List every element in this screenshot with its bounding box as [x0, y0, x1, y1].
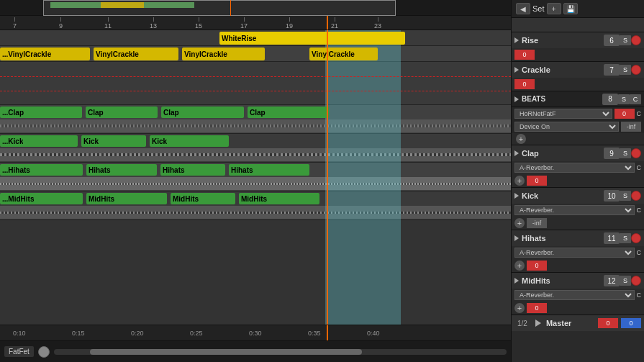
- overview-viewport[interactable]: [43, 0, 396, 16]
- rp-rise-entry: Rise 6 S 0: [512, 32, 644, 62]
- master-blue-vol[interactable]: 0: [621, 318, 641, 328]
- device-label[interactable]: FatFet: [4, 346, 34, 357]
- time-tick-015: 0:15: [72, 330, 85, 337]
- rise-vol[interactable]: 0: [514, 50, 535, 60]
- kick-c-label: C: [637, 207, 642, 214]
- midhits-sub-row-1: A-Reverber. C: [512, 289, 644, 302]
- rp-master-row: 1/2 Master 0 0: [512, 315, 644, 331]
- midhits-record-btn[interactable]: [631, 276, 641, 286]
- midhits-reverb-select[interactable]: A-Reverber.: [514, 290, 635, 300]
- rp-crackle-entry: Crackle 7 S 0: [512, 62, 644, 91]
- kick-record-btn[interactable]: [631, 191, 641, 201]
- selection-overlay[interactable]: [325, 30, 401, 325]
- scroll-thumb[interactable]: [90, 349, 361, 355]
- back-btn[interactable]: ◀: [516, 3, 530, 14]
- beats-header[interactable]: BEATS 8 S C: [512, 91, 644, 107]
- rp-midhits-name-row: MidHits 12 S: [512, 273, 644, 289]
- save-btn[interactable]: 💾: [563, 3, 578, 14]
- track-row-hihats: ...Hihats Hihats Hihats Hihats: [0, 163, 511, 191]
- clap-add-btn[interactable]: +: [514, 176, 525, 186]
- beats-device-row: HoRNetFatF 0 C: [512, 107, 644, 120]
- crackle-track-num: 7: [604, 64, 620, 76]
- kick-wave: [0, 148, 511, 161]
- hihats-sub-row-2: + 0: [512, 259, 644, 272]
- clip-crackle-3[interactable]: VinylCrackle: [182, 47, 265, 60]
- ruler-tick-9: 9: [59, 16, 63, 30]
- ruler-tick-19: 19: [286, 16, 293, 30]
- ruler-tick-21: 21: [331, 16, 338, 30]
- master-vol[interactable]: 0: [598, 318, 618, 328]
- hihats-add-btn[interactable]: +: [514, 261, 525, 271]
- clip-midhits-2[interactable]: MidHits: [86, 193, 167, 204]
- kick-s-btn[interactable]: S: [620, 191, 631, 201]
- hihats-vol[interactable]: 0: [527, 261, 547, 271]
- midhits-c-label: C: [637, 291, 642, 299]
- rise-sub-row: 0: [512, 48, 644, 61]
- clip-hihats-3[interactable]: Hihats: [160, 164, 225, 176]
- clip-midhits-4[interactable]: MidHits: [239, 193, 319, 204]
- midhits-vol[interactable]: 0: [527, 303, 547, 313]
- clap-vol[interactable]: 0: [527, 176, 547, 186]
- clip-midhits-1[interactable]: ...MidHits: [0, 193, 83, 204]
- midhits-s-btn[interactable]: S: [620, 276, 631, 286]
- kick-sub-row-2: + -inf: [512, 217, 644, 230]
- clip-midhits-3[interactable]: MidHits: [171, 193, 235, 204]
- device-power-btn[interactable]: [38, 346, 50, 358]
- hihats-s-btn[interactable]: S: [620, 233, 631, 243]
- rp-top-bar: [512, 18, 644, 32]
- clip-hihats-1[interactable]: ...Hihats: [0, 164, 83, 176]
- beats-red-line-1: [0, 76, 511, 77]
- beats-device-on-select[interactable]: Device On: [514, 122, 619, 132]
- rise-track-name: Rise: [519, 36, 604, 45]
- clip-clap-1[interactable]: ...Clap: [0, 107, 82, 118]
- clip-crackle-2[interactable]: VinylCrackle: [94, 47, 178, 60]
- ruler-tick-7: 7: [13, 16, 17, 30]
- track-row-midhits: ...MidHits MidHits MidHits MidHits: [0, 191, 511, 220]
- horizontal-scrollbar[interactable]: [54, 349, 507, 355]
- clap-reverb-select[interactable]: A-Reverber.: [514, 163, 635, 173]
- clip-hihats-2[interactable]: Hihats: [86, 164, 157, 176]
- crackle-vol[interactable]: 0: [514, 79, 535, 89]
- clip-crackle-1[interactable]: ...VinylCrackle: [0, 47, 90, 60]
- kick-reverb-select[interactable]: A-Reverber.: [514, 205, 635, 215]
- hihats-wave: [0, 177, 511, 190]
- rise-s-btn[interactable]: S: [620, 35, 631, 45]
- crackle-record-btn[interactable]: [631, 65, 641, 75]
- clip-clap-2[interactable]: Clap: [86, 107, 158, 118]
- hihats-record-btn[interactable]: [631, 233, 641, 243]
- kick-sub-row-1: A-Reverber. C: [512, 204, 644, 217]
- master-play-btn[interactable]: [533, 318, 543, 328]
- beats-vol[interactable]: 0: [614, 109, 635, 119]
- clip-crackle-4[interactable]: VinylCrackle: [309, 47, 378, 60]
- clip-kick-3[interactable]: Kick: [150, 135, 229, 147]
- timeline-bottom: 0:10 0:15 0:20 0:25 0:30 0:35 0:40: [0, 325, 511, 340]
- rise-record-btn[interactable]: [631, 35, 641, 45]
- clap-s-btn[interactable]: S: [620, 148, 631, 158]
- fraction-label: 1/2: [514, 320, 530, 327]
- clip-hihats-4[interactable]: Hihats: [229, 164, 309, 176]
- add-set-btn[interactable]: +: [547, 3, 561, 14]
- midhits-track-num: 12: [604, 275, 620, 286]
- crackle-s-btn[interactable]: S: [620, 65, 631, 75]
- clip-clap-3[interactable]: Clap: [161, 107, 244, 118]
- clip-whiterise[interactable]: WhiteRise: [219, 32, 405, 45]
- clip-kick-2[interactable]: Kick: [81, 135, 146, 147]
- clap-record-btn[interactable]: [631, 148, 641, 158]
- kick-track-num: 10: [604, 190, 620, 202]
- beats-device-select[interactable]: HoRNetFatF: [514, 109, 612, 119]
- track-row-kick: ...Kick Kick Kick: [0, 134, 511, 163]
- beats-s-btn[interactable]: S: [618, 94, 630, 104]
- bottom-device-bar: FatFet: [0, 340, 511, 362]
- beats-add-btn[interactable]: +: [516, 134, 526, 144]
- beats-c-btn[interactable]: C: [630, 94, 641, 104]
- overview-playhead: [230, 0, 231, 16]
- clip-clap-4[interactable]: Clap: [248, 107, 329, 118]
- clap-sub-row-1: A-Reverber. C: [512, 161, 644, 174]
- midhits-add-btn[interactable]: +: [514, 303, 525, 313]
- kick-add-btn[interactable]: +: [514, 218, 525, 228]
- overview-bar: [0, 0, 511, 16]
- clap-c-label: C: [637, 164, 642, 171]
- clap-wave: [0, 119, 511, 132]
- hihats-reverb-select[interactable]: A-Reverber.: [514, 248, 635, 258]
- clip-kick-1[interactable]: ...Kick: [0, 135, 78, 147]
